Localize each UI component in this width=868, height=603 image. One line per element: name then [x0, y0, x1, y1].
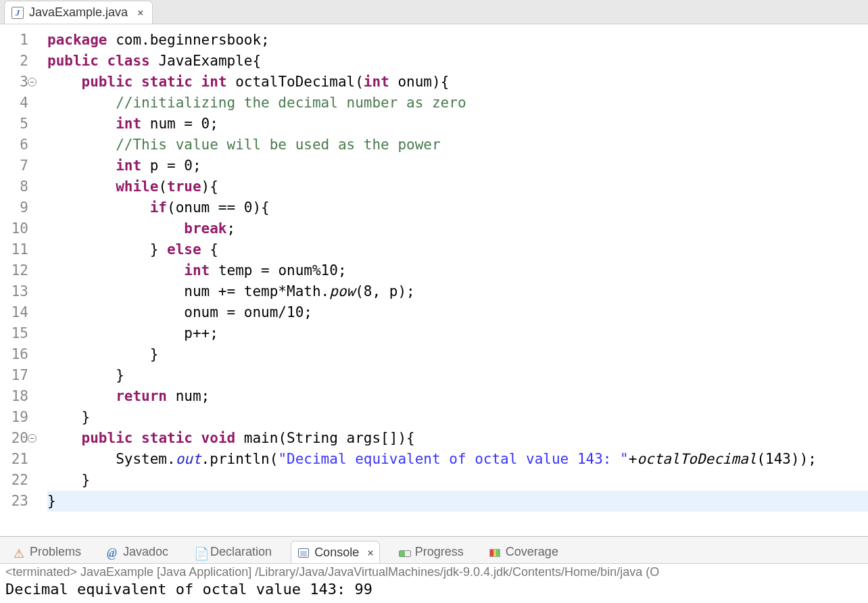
close-icon[interactable]: ⨯ [367, 546, 372, 559]
line-number-gutter: 123−4567891011121314151617181920−212223 [0, 24, 32, 536]
code-line[interactable]: while(true){ [47, 176, 868, 197]
bottom-tab-label: Javadoc [123, 545, 168, 559]
bottom-tab-progress[interactable]: Progress [392, 541, 471, 562]
code-line[interactable]: } [47, 470, 868, 491]
console-view: <terminated> JavaExample [Java Applicati… [0, 564, 868, 603]
code-line[interactable]: public static void main(String args[]){ [47, 428, 868, 449]
code-line[interactable]: //initializing the decimal number as zer… [47, 93, 868, 114]
bottom-tab-problems[interactable]: ⚠Problems [7, 541, 88, 562]
line-number: 8 [0, 176, 28, 197]
code-line[interactable]: } [47, 491, 868, 512]
line-number: 20− [0, 428, 28, 449]
code-line[interactable]: public class JavaExample{ [47, 51, 868, 72]
line-number: 22 [0, 470, 28, 491]
line-number: 11 [0, 239, 28, 260]
line-number: 3− [0, 72, 28, 93]
code-line[interactable]: } [47, 407, 868, 428]
progress-icon [399, 546, 411, 558]
console-icon [298, 547, 310, 559]
code-editor[interactable]: 123−4567891011121314151617181920−212223 … [0, 24, 868, 536]
declaration-icon: 📄 [194, 546, 206, 558]
line-number: 4 [0, 93, 28, 114]
line-number: 15 [0, 323, 28, 344]
code-line[interactable]: return num; [47, 386, 868, 407]
line-number: 7 [0, 155, 28, 176]
line-number: 23 [0, 491, 28, 512]
line-number: 18 [0, 386, 28, 407]
line-number: 13 [0, 281, 28, 302]
bottom-tab-bar: ⚠Problems@Javadoc📄DeclarationConsole ⨯Pr… [0, 537, 868, 564]
code-line[interactable]: int num = 0; [47, 114, 868, 135]
editor-tab[interactable]: J JavaExample.java ⨯ [4, 1, 153, 24]
code-line[interactable]: System.out.println("Decimal equivalent o… [47, 449, 868, 470]
code-line[interactable]: int p = 0; [47, 155, 868, 176]
bottom-tab-label: Console [314, 546, 359, 560]
bottom-tab-label: Declaration [210, 545, 272, 559]
line-number: 9 [0, 197, 28, 218]
bottom-tab-coverage[interactable]: Coverage [483, 541, 565, 562]
line-number: 14 [0, 302, 28, 323]
bottom-panel: ⚠Problems@Javadoc📄DeclarationConsole ⨯Pr… [0, 536, 868, 603]
code-line[interactable]: } [47, 365, 868, 386]
code-line[interactable]: //This value will be used as the power [47, 135, 868, 155]
code-line[interactable]: if(onum == 0){ [47, 197, 868, 218]
bottom-tab-javadoc[interactable]: @Javadoc [100, 541, 175, 562]
line-number: 16 [0, 344, 28, 365]
code-line[interactable]: public static int octalToDecimal(int onu… [47, 72, 868, 93]
code-line[interactable]: package com.beginnersbook; [47, 30, 868, 51]
code-line[interactable]: p++; [47, 323, 868, 344]
bottom-tab-label: Problems [30, 545, 81, 559]
line-number: 1 [0, 30, 28, 51]
line-number: 21 [0, 449, 28, 470]
javadoc-icon: @ [107, 546, 119, 558]
line-number: 19 [0, 407, 28, 428]
bottom-tab-console[interactable]: Console ⨯ [291, 541, 380, 563]
coverage-icon [489, 546, 502, 558]
line-number: 2 [0, 51, 28, 72]
line-number: 6 [0, 135, 28, 155]
bottom-tab-label: Coverage [506, 545, 558, 559]
code-area[interactable]: package com.beginnersbook;public class J… [32, 24, 868, 536]
fold-toggle-icon[interactable]: − [28, 78, 37, 87]
console-output: Decimal equivalent of octal value 143: 9… [5, 581, 863, 598]
line-number: 10 [0, 218, 28, 239]
code-line[interactable]: } else { [47, 239, 868, 260]
close-icon[interactable]: ⨯ [137, 6, 143, 19]
problems-icon: ⚠ [14, 546, 26, 558]
code-line[interactable]: onum = onum/10; [47, 302, 868, 323]
bottom-tab-label: Progress [415, 545, 464, 559]
line-number: 5 [0, 114, 28, 135]
editor-tab-bar: J JavaExample.java ⨯ [0, 0, 868, 24]
bottom-tab-declaration[interactable]: 📄Declaration [187, 541, 279, 562]
fold-toggle-icon[interactable]: − [28, 434, 37, 443]
code-line[interactable]: break; [47, 218, 868, 239]
line-number: 12 [0, 260, 28, 281]
line-number: 17 [0, 365, 28, 386]
console-process-header: <terminated> JavaExample [Java Applicati… [5, 565, 863, 579]
editor-tab-label: JavaExample.java [29, 5, 128, 20]
java-file-icon: J [11, 7, 24, 19]
code-line[interactable]: int temp = onum%10; [47, 260, 868, 281]
code-line[interactable]: } [47, 344, 868, 365]
code-line[interactable]: num += temp*Math.pow(8, p); [47, 281, 868, 302]
